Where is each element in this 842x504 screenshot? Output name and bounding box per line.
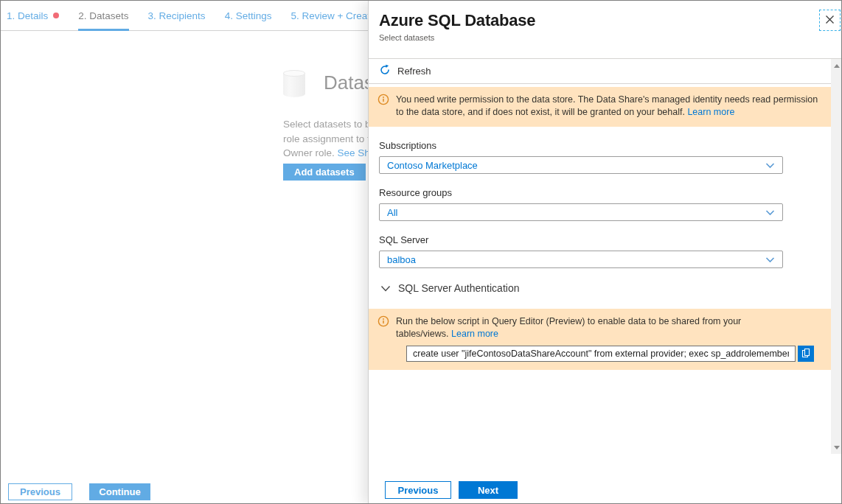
resource-groups-dropdown[interactable]: All xyxy=(379,203,783,221)
refresh-label: Refresh xyxy=(397,66,431,77)
database-cylinder-icon xyxy=(283,70,305,97)
tab-settings[interactable]: 4. Settings xyxy=(225,1,272,31)
panel-next-button[interactable]: Next xyxy=(459,481,518,499)
datasets-description-line2: role assignment to t xyxy=(283,132,376,147)
script-banner-content: Run the below script in Query Editor (Pr… xyxy=(396,315,814,362)
tab-review-create-label: 5. Review + Create xyxy=(290,1,375,31)
tab-details[interactable]: 1. Details xyxy=(7,1,59,31)
sql-server-dropdown[interactable]: balboa xyxy=(379,251,783,268)
script-banner-text: Run the below script in Query Editor (Pr… xyxy=(396,315,768,340)
chevron-down-icon xyxy=(765,158,775,172)
permission-learn-more-link[interactable]: Learn more xyxy=(687,107,734,117)
resource-groups-value: All xyxy=(387,207,397,218)
wizard-continue-button[interactable]: Continue xyxy=(89,483,150,500)
sql-server-value: balboa xyxy=(387,254,416,265)
tab-settings-label: 4. Settings xyxy=(225,1,272,31)
script-banner: Run the below script in Query Editor (Pr… xyxy=(369,309,832,370)
chevron-down-icon xyxy=(380,281,391,295)
datasets-description-line3: Owner role. See Sha xyxy=(283,146,376,161)
tab-recipients-label: 3. Recipients xyxy=(148,1,206,31)
active-tab-underline xyxy=(78,29,128,31)
tab-recipients[interactable]: 3. Recipients xyxy=(148,1,206,31)
refresh-button[interactable]: Refresh xyxy=(369,59,832,84)
tab-details-label: 1. Details xyxy=(7,1,48,31)
permission-banner-text: You need write permission to the data st… xyxy=(396,94,822,119)
close-button[interactable] xyxy=(819,10,841,31)
screenshot-root: 1. Details 2. Datasets 3. Recipients 4. … xyxy=(0,0,842,504)
panel-subtitle: Select datasets xyxy=(379,33,832,42)
tab-datasets-label: 2. Datasets xyxy=(78,1,128,31)
panel-footer: Previous Next xyxy=(369,454,842,504)
datasets-description: Select datasets to be role assignment to… xyxy=(283,117,376,161)
azure-sql-database-panel: Azure SQL Database Select datasets Refre… xyxy=(368,1,842,504)
panel-previous-button[interactable]: Previous xyxy=(385,481,451,499)
scrollbar-up-icon[interactable] xyxy=(834,64,840,68)
sql-server-authentication-toggle[interactable]: SQL Server Authentication xyxy=(380,281,832,295)
details-validation-dot xyxy=(53,13,59,18)
tab-datasets[interactable]: 2. Datasets xyxy=(78,1,128,31)
close-icon xyxy=(825,14,835,27)
script-learn-more-link[interactable]: Learn more xyxy=(451,329,498,339)
permission-banner: You need write permission to the data st… xyxy=(369,87,832,127)
tab-review-create[interactable]: 5. Review + Create xyxy=(290,1,375,31)
subscriptions-value: Contoso Marketplace xyxy=(387,160,478,171)
datasets-description-line1: Select datasets to be xyxy=(283,117,376,132)
script-row xyxy=(406,346,814,362)
panel-scrollbar[interactable] xyxy=(831,59,842,455)
script-input[interactable] xyxy=(406,346,796,362)
resource-groups-label: Resource groups xyxy=(379,187,832,198)
subscriptions-dropdown[interactable]: Contoso Marketplace xyxy=(379,156,783,174)
panel-title: Azure SQL Database xyxy=(379,11,832,30)
info-icon xyxy=(377,315,389,362)
chevron-down-icon xyxy=(765,253,775,266)
panel-body: Refresh You need write permission to the… xyxy=(369,59,832,454)
subscriptions-label: Subscriptions xyxy=(379,140,832,151)
copy-icon xyxy=(801,348,811,360)
add-datasets-button[interactable]: Add datasets xyxy=(283,164,366,181)
scrollbar-down-icon[interactable] xyxy=(834,446,840,449)
wizard-previous-button[interactable]: Previous xyxy=(8,483,72,500)
sql-server-label: SQL Server xyxy=(379,234,832,245)
copy-button[interactable] xyxy=(798,346,814,362)
sql-server-authentication-label: SQL Server Authentication xyxy=(398,282,519,294)
chevron-down-icon xyxy=(765,206,775,219)
panel-header: Azure SQL Database Select datasets xyxy=(369,1,842,59)
info-icon xyxy=(377,94,389,119)
refresh-icon xyxy=(379,64,391,79)
